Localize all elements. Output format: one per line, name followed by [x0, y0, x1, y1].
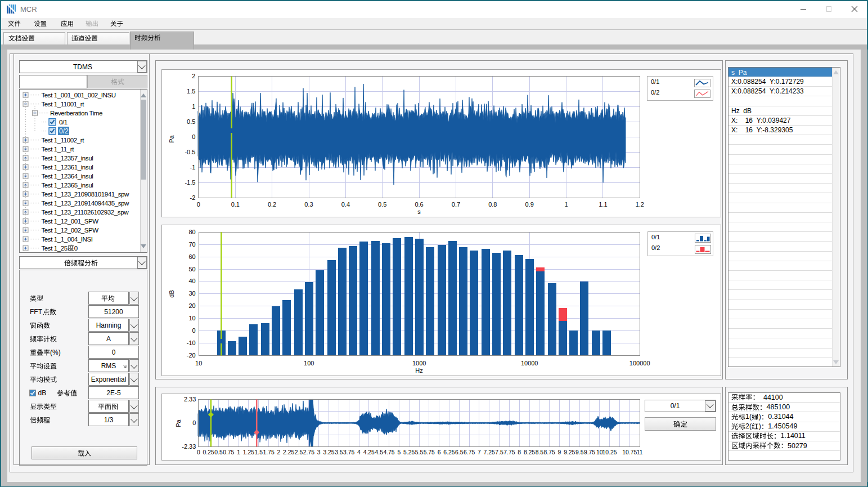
svg-text:0.4: 0.4: [341, 201, 349, 208]
svg-text:1.25: 1.25: [242, 449, 254, 455]
svg-text:30: 30: [188, 290, 195, 297]
svg-text:-20: -20: [186, 352, 195, 359]
svg-text:0.2: 0.2: [267, 201, 276, 208]
svg-text:2: 2: [277, 449, 280, 455]
svg-text:6.75: 6.75: [463, 449, 474, 455]
svg-text:0/1: 0/1: [651, 234, 660, 240]
svg-text:10: 10: [195, 360, 202, 367]
svg-text:4.5: 4.5: [375, 449, 383, 455]
svg-text:1.5: 1.5: [187, 88, 195, 95]
svg-text:6.25: 6.25: [443, 449, 455, 455]
svg-text:1: 1: [564, 201, 568, 208]
svg-text:3.25: 3.25: [323, 449, 334, 455]
svg-text:0.9: 0.9: [525, 201, 533, 208]
svg-text:3: 3: [317, 449, 320, 455]
svg-text:0/2: 0/2: [651, 89, 659, 96]
svg-text:6: 6: [437, 449, 440, 455]
svg-text:-1: -1: [190, 164, 195, 171]
svg-text:0.7: 0.7: [451, 201, 460, 208]
svg-text:4: 4: [357, 449, 361, 455]
svg-text:0.1: 0.1: [231, 201, 239, 208]
svg-text:5.5: 5.5: [415, 449, 423, 455]
svg-text:9.75: 9.75: [583, 449, 595, 455]
svg-text:5.75: 5.75: [423, 449, 434, 455]
svg-text:0.25: 0.25: [203, 449, 214, 455]
svg-text:8.25: 8.25: [523, 449, 534, 455]
svg-text:-2.33: -2.33: [182, 443, 196, 450]
svg-text:8.5: 8.5: [535, 449, 543, 455]
svg-text:0.3: 0.3: [304, 201, 313, 208]
svg-text:-10: -10: [186, 339, 195, 346]
svg-text:1.2: 1.2: [635, 201, 644, 208]
svg-text:10: 10: [188, 315, 195, 321]
svg-text:-2: -2: [190, 194, 195, 201]
svg-text:3.5: 3.5: [335, 449, 343, 455]
svg-text:3.75: 3.75: [343, 449, 354, 455]
svg-text:0: 0: [196, 449, 200, 455]
svg-text:0: 0: [192, 327, 195, 334]
svg-text:11: 11: [636, 449, 642, 455]
svg-text:-1.5: -1.5: [185, 179, 195, 186]
svg-text:0.8: 0.8: [488, 201, 497, 208]
svg-text:9.25: 9.25: [564, 449, 575, 455]
svg-text:0.75: 0.75: [223, 449, 234, 455]
svg-text:10000: 10000: [520, 360, 538, 367]
svg-text:8.75: 8.75: [543, 449, 555, 455]
svg-text:0.6: 0.6: [415, 201, 423, 208]
svg-text:0.5: 0.5: [187, 118, 195, 125]
svg-text:1.5: 1.5: [254, 449, 263, 455]
svg-text:8: 8: [518, 449, 521, 455]
svg-text:2.75: 2.75: [303, 449, 314, 455]
svg-text:6.5: 6.5: [455, 449, 463, 455]
svg-text:2.33: 2.33: [183, 396, 195, 403]
svg-text:0/2: 0/2: [651, 244, 660, 251]
svg-text:0.5: 0.5: [214, 449, 223, 455]
svg-text:0: 0: [196, 201, 200, 208]
svg-text:Hz: Hz: [415, 367, 422, 374]
svg-text:9: 9: [557, 449, 561, 455]
svg-text:50: 50: [188, 266, 195, 272]
svg-text:dB: dB: [168, 290, 175, 297]
svg-text:1000: 1000: [412, 360, 425, 367]
svg-text:5: 5: [397, 449, 401, 455]
svg-text:2.25: 2.25: [283, 449, 294, 455]
svg-text:60: 60: [188, 253, 195, 260]
svg-text:5.25: 5.25: [403, 449, 414, 455]
svg-text:Pa: Pa: [175, 419, 182, 427]
svg-text:1.1: 1.1: [599, 201, 607, 208]
svg-text:80: 80: [188, 229, 195, 235]
svg-text:0: 0: [192, 419, 196, 426]
svg-text:10.75: 10.75: [622, 449, 637, 455]
svg-text:7: 7: [478, 449, 481, 455]
svg-text:s: s: [417, 208, 421, 215]
svg-text:4.25: 4.25: [363, 449, 374, 455]
svg-text:70: 70: [188, 241, 195, 248]
svg-text:1: 1: [237, 449, 240, 455]
svg-text:9.5: 9.5: [575, 449, 583, 455]
svg-text:0.5: 0.5: [378, 201, 386, 208]
svg-text:1: 1: [192, 103, 195, 110]
svg-text:2: 2: [192, 73, 195, 79]
svg-text:0/1: 0/1: [651, 78, 659, 85]
svg-text:2.5: 2.5: [294, 449, 303, 455]
svg-text:10.25: 10.25: [602, 449, 617, 455]
svg-text:7.75: 7.75: [503, 449, 515, 455]
svg-text:4.75: 4.75: [383, 449, 394, 455]
svg-text:-0.5: -0.5: [185, 149, 195, 155]
svg-text:7.25: 7.25: [483, 449, 494, 455]
svg-text:0: 0: [192, 133, 195, 140]
svg-text:7.5: 7.5: [495, 449, 503, 455]
svg-text:100: 100: [304, 360, 314, 367]
svg-text:40: 40: [188, 278, 195, 284]
svg-text:100000: 100000: [629, 360, 650, 367]
svg-text:20: 20: [188, 302, 195, 309]
svg-text:Pa: Pa: [168, 135, 175, 142]
svg-text:1.75: 1.75: [263, 449, 274, 455]
